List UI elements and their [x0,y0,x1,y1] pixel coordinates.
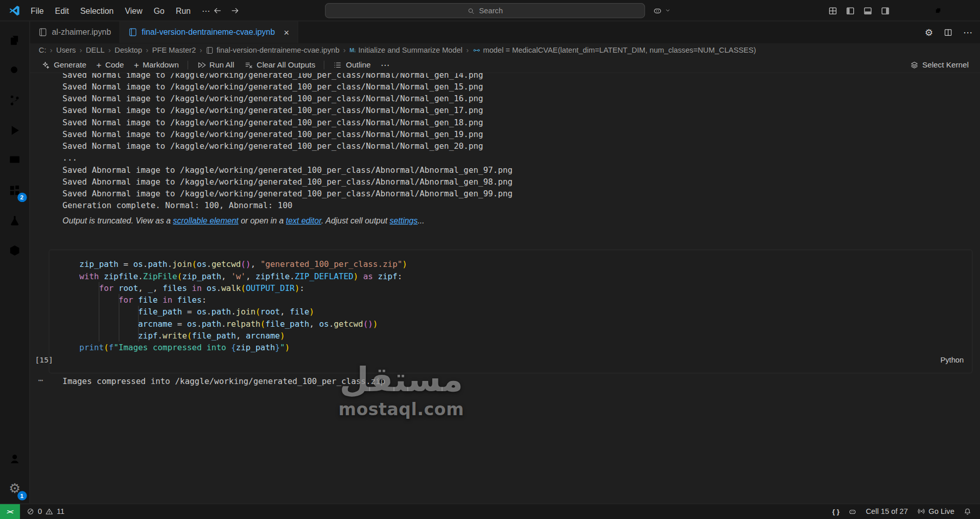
breadcrumb-item-c[interactable]: C: [39,46,46,54]
copilot-menu[interactable] [652,3,671,18]
breadcrumb-item-final-version-dentrainem[interactable]: final-version-dentraineme-cvae.ipynb [206,46,339,54]
more-icon[interactable]: ⋯ [963,28,972,37]
select-kernel-button[interactable]: Select Kernel [905,58,974,72]
activity-settings-gear[interactable]: ⚙1 [0,473,30,504]
breadcrumb-item-users[interactable]: Users [56,46,76,54]
breadcrumb-separator: › [108,46,111,54]
menu-go[interactable]: Go [148,6,170,15]
panel-left-icon[interactable] [845,5,856,16]
log-line: ... [62,152,512,164]
split-editor-icon[interactable] [943,27,953,37]
code-line: with zipfile.ZipFile(zip_path, 'w', zipf… [79,270,407,282]
toolbar-outline-button[interactable]: Outline [329,58,376,72]
menu-view[interactable]: View [119,6,148,15]
log-line: Saved Normal image to /kaggle/working/ge… [62,73,512,81]
toolbar-code-button[interactable]: +Code [91,58,129,72]
tab-label: al-zhaimer.ipynb [52,28,111,37]
notifications-bell[interactable] [961,507,973,516]
cell-indicator[interactable]: Cell 15 of 27 [864,507,910,516]
layout-controls [828,0,891,21]
breadcrumb-item-dell[interactable]: DELL [86,46,105,54]
log-line: Saved Abnormal image to /kaggle/working/… [62,188,512,199]
tab-final-version-dentraineme-cvae-ipynb[interactable]: final-version-dentraineme-cvae.ipynb× [120,21,298,43]
close-button[interactable] [952,0,980,21]
breadcrumb-item-model-medicalcvae-latent[interactable]: model = MedicalCVAE(latent_dim=LATENT_DI… [473,46,756,54]
activity-remote-explorer[interactable] [0,145,30,175]
menu-selection[interactable]: Selection [75,6,119,15]
toolbar-separator [324,60,324,69]
status-right: { }Cell 15 of 27Go Live [830,507,980,516]
screen: FileEditSelectionViewGoRun⋯ Search 2⚙1 a… [0,0,980,519]
activity-extensions[interactable]: 2 [0,175,30,205]
log-line: Generation complete. Normal: 100, Abnorm… [62,199,512,211]
notebook-icon [206,46,214,54]
tab-al-zhaimer-ipynb[interactable]: al-zhaimer.ipynb [30,21,120,43]
menu-run[interactable]: Run [170,6,196,15]
breadcrumb-separator: › [200,46,202,54]
minimize-button[interactable] [896,0,924,21]
log-line: Saved Normal image to /kaggle/working/ge… [62,81,512,93]
toolbar-run-all-button[interactable]: Run All [192,58,239,72]
log-line: Saved Normal image to /kaggle/working/ge… [62,128,512,140]
more-icon: ⋯ [381,60,389,69]
link-scrollable-element[interactable]: scrollable element [173,216,239,225]
log-line: Saved Normal image to /kaggle/working/ge… [62,117,512,128]
close-icon[interactable]: × [284,27,289,38]
panel-right-icon[interactable] [880,5,891,16]
activity-explorer[interactable] [0,25,30,55]
gear-icon[interactable]: ⚙ [925,28,933,37]
toolbar-markdown-button[interactable]: +Markdown [129,58,183,72]
search-icon [467,7,475,15]
toolbar-item-button[interactable]: ⋯ [376,58,394,72]
code-editor-content[interactable]: zip_path = os.path.join(os.getcwd(), "ge… [79,258,407,353]
warning-icon [45,507,54,516]
copilot-icon [652,6,663,16]
problems-indicator[interactable]: 011 [26,507,64,516]
search-placeholder: Search [479,6,503,15]
toolbar-separator [188,60,188,69]
vscode-window: FileEditSelectionViewGoRun⋯ Search 2⚙1 a… [0,0,980,519]
notebook-icon [128,28,137,37]
format-braces-indicator[interactable]: { } [830,508,842,515]
outline-icon [334,60,342,69]
link-settings[interactable]: settings [390,216,418,225]
chevron-down-icon [664,7,671,13]
restore-button[interactable] [924,0,952,21]
breadcrumb-separator: › [146,46,149,54]
symbol-icon [473,46,481,54]
command-center-search[interactable]: Search [325,3,645,18]
kernel-icon [910,60,919,69]
customize-layout-icon[interactable] [828,5,838,16]
markdown-icon: M↓ [349,47,356,53]
menu-edit[interactable]: Edit [50,6,75,15]
history-navigation [213,0,240,21]
toolbar-generate-button[interactable]: Generate [36,58,91,72]
activity-account[interactable] [0,443,30,473]
breadcrumb-item-desktop[interactable]: Desktop [114,46,142,54]
remote-indicator[interactable]: >< [0,504,20,519]
cell-language-picker[interactable]: Python [940,356,964,365]
link-text-editor[interactable]: text editor [286,216,321,225]
go-live-button[interactable]: Go Live [915,507,956,516]
title-bar: FileEditSelectionViewGoRun⋯ Search [0,0,980,21]
activity-source-control[interactable] [0,85,30,115]
activity-testing[interactable] [0,205,30,235]
log-line: Saved Normal image to /kaggle/working/ge… [62,104,512,116]
cell-output-log: Saved Normal image to /kaggle/working/ge… [62,73,512,211]
menu-file[interactable]: File [25,6,50,15]
notebook-icon [38,28,48,37]
breadcrumb-item-pfe-master2[interactable]: PFE Master2 [152,46,196,54]
activity-search[interactable] [0,55,30,85]
breadcrumb-separator: › [466,46,469,54]
toolbar-clear-all-outputs-button[interactable]: Clear All Outputs [239,58,320,72]
code-line: zip_path = os.path.join(os.getcwd(), "ge… [79,258,407,270]
breadcrumb-item-initialize-and-summarize[interactable]: M↓Initialize and Summarize Model [349,46,462,54]
activity-run-debug[interactable] [0,115,30,145]
main-area: al-zhaimer.ipynbfinal-version-dentrainem… [30,21,980,504]
panel-bottom-icon[interactable] [862,5,873,16]
arrow-right-icon[interactable] [230,6,240,16]
activity-containers[interactable] [0,235,30,265]
output-menu[interactable]: ⋯ [38,375,44,385]
arrow-left-icon[interactable] [213,6,223,16]
copilot-status[interactable] [847,507,859,516]
